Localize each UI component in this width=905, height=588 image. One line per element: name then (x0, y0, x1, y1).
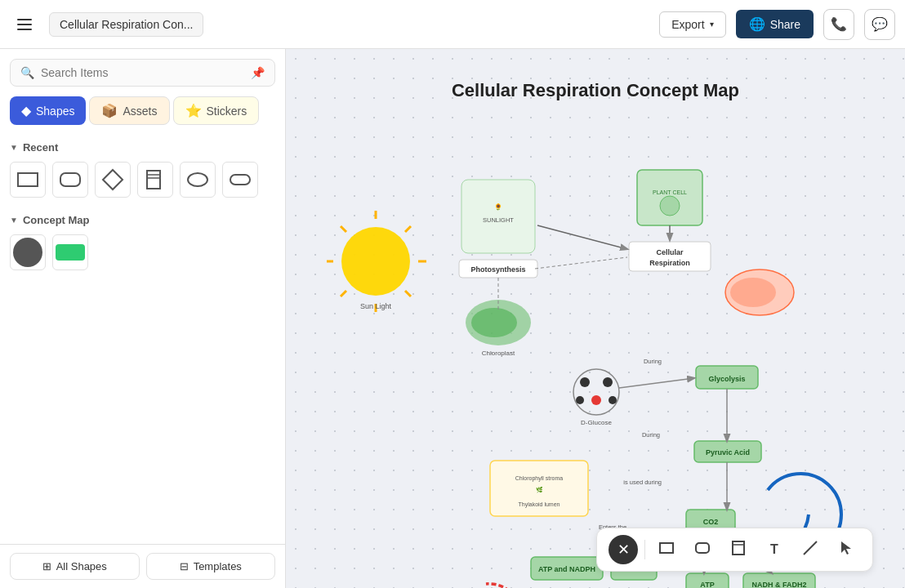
tab-stickers[interactable]: ⭐ Stickers (173, 96, 260, 125)
concept-map-section-header: ▼ Concept Map (10, 207, 275, 231)
templates-icon: ⊟ (180, 560, 189, 572)
svg-text:ATP and NADPH: ATP and NADPH (538, 565, 595, 573)
search-input[interactable] (41, 66, 244, 79)
shapes-tab-icon: ◆ (21, 103, 31, 118)
svg-line-16 (341, 291, 346, 296)
chevron-down-icon: ▾ (710, 20, 714, 29)
comment-icon: 💬 (872, 16, 888, 32)
svg-text:CO2: CO2 (703, 518, 719, 526)
call-icon: 📞 (831, 16, 847, 32)
toolbar-separator-1 (644, 540, 645, 559)
shapes-tab-label: Shapes (36, 105, 74, 118)
svg-text:Chloroplast: Chloroplast (482, 350, 515, 357)
svg-text:ATP: ATP (700, 581, 714, 588)
panel-scroll: ▼ Recent (0, 131, 285, 544)
svg-marker-2 (103, 170, 123, 189)
svg-rect-0 (18, 173, 38, 186)
svg-text:D-Glucose: D-Glucose (581, 419, 612, 426)
globe-icon: 🌐 (749, 16, 765, 32)
svg-text:is used during: is used during (623, 479, 662, 486)
svg-text:Pyruvic Acid: Pyruvic Acid (706, 448, 750, 457)
pin-icon[interactable]: 📌 (251, 66, 265, 79)
shape-diamond[interactable] (95, 162, 131, 198)
svg-point-33 (730, 278, 776, 307)
assets-tab-icon: 📦 (101, 103, 118, 118)
concept-map-arrow-icon: ▼ (10, 216, 18, 225)
svg-rect-1 (60, 173, 80, 186)
svg-point-37 (580, 377, 590, 387)
all-shapes-button[interactable]: ⊞ All Shapes (10, 553, 140, 580)
rectangle-icon (658, 540, 675, 560)
shape-stadium[interactable] (222, 162, 258, 198)
rounded-rect-icon (694, 540, 711, 560)
svg-line-62 (535, 257, 627, 269)
close-button[interactable]: ✕ (609, 535, 638, 564)
concept-shape-circle-item[interactable] (10, 234, 46, 270)
concept-map-shapes-grid (10, 231, 275, 280)
note-tool-button[interactable] (724, 535, 753, 564)
svg-text:Thylakoid lumen: Thylakoid lumen (519, 501, 560, 508)
assets-tab-label: Assets (123, 105, 157, 118)
svg-point-8 (341, 227, 410, 296)
concept-map-label: Concept Map (23, 214, 90, 226)
svg-text:NADH & FADH2: NADH & FADH2 (751, 581, 806, 588)
rectangle-tool-button[interactable] (652, 535, 681, 564)
close-icon: ✕ (617, 541, 630, 559)
export-button[interactable]: Export ▾ (659, 11, 725, 38)
shape-rounded-rectangle[interactable] (52, 162, 88, 198)
tab-assets[interactable]: 📦 Assets (89, 96, 169, 125)
shape-rectangle[interactable] (10, 162, 46, 198)
note-icon (730, 540, 747, 560)
shape-ellipse[interactable] (180, 162, 216, 198)
svg-point-24 (471, 308, 517, 337)
text-tool-button[interactable]: T (760, 535, 789, 564)
call-button[interactable]: 📞 (823, 9, 854, 40)
comment-button[interactable]: 💬 (864, 9, 895, 40)
recent-arrow-icon: ▼ (10, 143, 18, 152)
tab-shapes[interactable]: ◆ Shapes (10, 96, 86, 125)
templates-button[interactable]: ⊟ Templates (146, 553, 276, 580)
recent-shapes-grid (10, 158, 275, 207)
menu-button[interactable] (10, 10, 39, 39)
document-title: Cellular Respiration Con... (49, 12, 203, 37)
svg-point-6 (188, 173, 207, 186)
svg-text:PLANT CELL: PLANT CELL (653, 189, 687, 195)
tab-bar: ◆ Shapes 📦 Assets ⭐ Stickers (0, 96, 285, 131)
svg-rect-74 (660, 543, 673, 553)
line-tool-button[interactable] (796, 535, 825, 564)
topbar: Cellular Respiration Con... Export ▾ 🌐 S… (0, 0, 905, 49)
share-label: Share (770, 18, 800, 31)
concept-circle-shape (13, 238, 42, 267)
text-icon: T (770, 542, 778, 557)
svg-point-38 (603, 377, 613, 387)
concept-shape-rect-item[interactable] (52, 234, 88, 270)
svg-rect-7 (230, 175, 250, 185)
pointer-tool-button[interactable] (831, 535, 861, 564)
svg-marker-79 (841, 541, 851, 555)
svg-text:Sun Light: Sun Light (360, 302, 392, 310)
shape-note[interactable] (137, 162, 173, 198)
concept-map-diagram: Sun Light 🌻 SUNLIGHT Photosynthesis Chlo… (327, 98, 882, 588)
stickers-tab-label: Stickers (207, 105, 247, 118)
all-shapes-label: All Shapes (56, 560, 107, 572)
main-area: 🔍 📌 ◆ Shapes 📦 Assets ⭐ Stickers ▼ (0, 49, 905, 588)
svg-rect-75 (696, 543, 709, 553)
svg-point-36 (573, 369, 619, 415)
svg-text:SUNLIGHT: SUNLIGHT (483, 216, 514, 224)
svg-text:🌿: 🌿 (536, 486, 543, 493)
svg-text:Glycolysis: Glycolysis (708, 375, 745, 383)
bottom-toolbar: ✕ T (596, 528, 873, 572)
templates-label: Templates (194, 560, 242, 572)
recent-label: Recent (23, 141, 58, 154)
canvas-area[interactable]: Cellular Respiration Concept Map Sun Lig… (286, 49, 905, 588)
svg-text:🌻: 🌻 (494, 203, 502, 211)
svg-line-14 (405, 291, 411, 296)
concept-rect-shape (56, 244, 85, 261)
svg-text:During: During (644, 358, 662, 365)
rounded-rect-tool-button[interactable] (688, 535, 717, 564)
stickers-tab-icon: ⭐ (185, 103, 202, 118)
svg-rect-76 (733, 541, 744, 555)
canvas-title: Cellular Respiration Concept Map (286, 65, 905, 101)
recent-section-header: ▼ Recent (10, 135, 275, 158)
share-button[interactable]: 🌐 Share (736, 10, 814, 38)
